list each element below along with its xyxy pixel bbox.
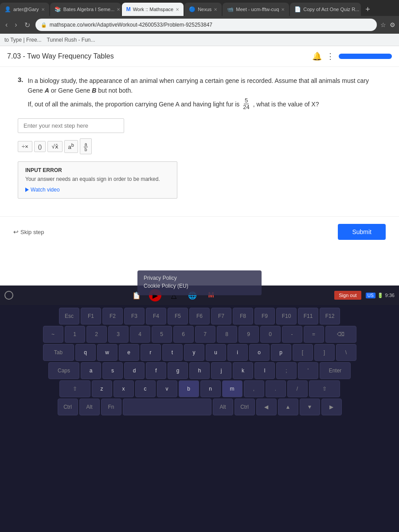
key-f[interactable]: f bbox=[146, 362, 166, 379]
back-button[interactable]: ‹ bbox=[4, 19, 9, 31]
key-8[interactable]: 8 bbox=[217, 326, 237, 343]
key-9[interactable]: 9 bbox=[239, 326, 259, 343]
key-alt-right[interactable]: Alt bbox=[213, 399, 233, 415]
key-p[interactable]: p bbox=[271, 344, 291, 361]
key-f8[interactable]: F8 bbox=[233, 308, 253, 325]
bookmark-totype[interactable]: to Type | Free... bbox=[4, 37, 42, 43]
key-r[interactable]: r bbox=[141, 344, 161, 361]
forward-button[interactable]: › bbox=[13, 19, 19, 31]
key-x[interactable]: x bbox=[113, 380, 134, 397]
tab-work-mathspace[interactable]: M Work :: Mathspace ✕ bbox=[122, 3, 184, 16]
bookmark-tunnel[interactable]: Tunnel Rush - Fun... bbox=[47, 37, 95, 43]
key-o[interactable]: o bbox=[249, 344, 270, 361]
key-f1[interactable]: F1 bbox=[81, 308, 101, 325]
reload-button[interactable]: ↻ bbox=[23, 19, 32, 31]
key-f7[interactable]: F7 bbox=[211, 308, 231, 325]
key-minus[interactable]: - bbox=[282, 326, 302, 343]
key-ctrl[interactable]: Ctrl bbox=[58, 399, 78, 415]
key-alt-left[interactable]: Alt bbox=[79, 399, 100, 415]
key-f10[interactable]: F10 bbox=[276, 308, 297, 325]
extensions-icon[interactable]: ⚙ bbox=[390, 21, 395, 28]
key-tilde[interactable]: ~ bbox=[43, 326, 63, 343]
math-btn-parens[interactable]: () bbox=[34, 141, 46, 152]
key-0[interactable]: 0 bbox=[260, 326, 281, 343]
key-q[interactable]: q bbox=[75, 344, 96, 361]
math-input[interactable] bbox=[18, 118, 124, 133]
key-k[interactable]: k bbox=[233, 362, 253, 379]
key-b[interactable]: b bbox=[179, 380, 199, 397]
key-enter[interactable]: Enter bbox=[320, 362, 351, 379]
key-6[interactable]: 6 bbox=[173, 326, 194, 343]
key-arrow-down[interactable]: ▼ bbox=[300, 399, 320, 415]
key-slash[interactable]: / bbox=[287, 380, 308, 397]
key-i[interactable]: i bbox=[227, 344, 248, 361]
key-n[interactable]: n bbox=[200, 380, 221, 397]
tab-nexus[interactable]: 🔵 Nexus ✕ bbox=[184, 3, 222, 16]
sign-out-button[interactable]: Sign out bbox=[334, 291, 361, 300]
key-f9[interactable]: F9 bbox=[254, 308, 275, 325]
submit-button[interactable]: Submit bbox=[338, 224, 386, 240]
key-5[interactable]: 5 bbox=[152, 326, 172, 343]
key-f3[interactable]: F3 bbox=[124, 308, 145, 325]
key-f12[interactable]: F12 bbox=[320, 308, 340, 325]
key-f4[interactable]: F4 bbox=[146, 308, 166, 325]
tab-copy[interactable]: 📄 Copy of Act One Quiz R... ✕ bbox=[290, 3, 361, 16]
key-f2[interactable]: F2 bbox=[102, 308, 123, 325]
tab-close[interactable]: ✕ bbox=[41, 7, 45, 12]
math-btn-superscript[interactable]: ab bbox=[64, 140, 78, 153]
key-backspace[interactable]: ⌫ bbox=[325, 326, 356, 343]
key-caps[interactable]: Caps bbox=[48, 362, 79, 379]
math-btn-divide-times[interactable]: ÷× bbox=[18, 141, 32, 152]
key-h[interactable]: h bbox=[189, 362, 210, 379]
key-tab[interactable]: Tab bbox=[43, 344, 74, 361]
key-z[interactable]: z bbox=[92, 380, 112, 397]
key-quote[interactable]: ' bbox=[298, 362, 318, 379]
key-w[interactable]: w bbox=[97, 344, 117, 361]
key-backslash[interactable]: \ bbox=[336, 344, 356, 361]
address-bar[interactable]: 🔒 mathspace.co/work/AdaptiveWorkout-4260… bbox=[35, 19, 377, 31]
tab-meet[interactable]: 📹 Meet - ucm-fftw-cuq ✕ bbox=[223, 3, 289, 16]
key-1[interactable]: 1 bbox=[65, 326, 85, 343]
tab-close-meet[interactable]: ✕ bbox=[281, 7, 285, 12]
key-esc[interactable]: Esc bbox=[59, 308, 79, 325]
key-3[interactable]: 3 bbox=[108, 326, 129, 343]
tab-bates[interactable]: 📚 Bates Algebra I Seme... ✕ bbox=[50, 3, 121, 16]
more-options-icon[interactable]: ⋮ bbox=[326, 51, 334, 61]
key-v[interactable]: v bbox=[157, 380, 177, 397]
key-4[interactable]: 4 bbox=[130, 326, 150, 343]
key-period[interactable]: . bbox=[266, 380, 286, 397]
key-comma[interactable]: , bbox=[244, 380, 264, 397]
key-d[interactable]: d bbox=[124, 362, 145, 379]
key-c[interactable]: c bbox=[135, 380, 156, 397]
key-arrow-up[interactable]: ▲ bbox=[278, 399, 298, 415]
key-a[interactable]: a bbox=[81, 362, 101, 379]
key-t[interactable]: t bbox=[162, 344, 183, 361]
key-semicolon[interactable]: ; bbox=[276, 362, 297, 379]
key-rshift[interactable]: ⇧ bbox=[309, 380, 340, 397]
key-f6[interactable]: F6 bbox=[189, 308, 210, 325]
key-f11[interactable]: F11 bbox=[298, 308, 318, 325]
skip-step-link[interactable]: ↩ Skip step bbox=[13, 228, 44, 235]
watch-video-link[interactable]: Watch video bbox=[25, 187, 170, 193]
math-btn-sqrt[interactable]: √x̄ bbox=[47, 141, 62, 152]
math-btn-fraction[interactable]: ab bbox=[80, 138, 92, 154]
key-ctrl-right[interactable]: Ctrl bbox=[235, 399, 255, 415]
key-m[interactable]: m bbox=[222, 380, 243, 397]
key-g[interactable]: g bbox=[168, 362, 188, 379]
key-fn[interactable]: Fn bbox=[101, 399, 121, 415]
key-2[interactable]: 2 bbox=[86, 326, 107, 343]
key-7[interactable]: 7 bbox=[195, 326, 215, 343]
key-lbracket[interactable]: [ bbox=[293, 344, 313, 361]
bookmark-star-icon[interactable]: ☆ bbox=[380, 21, 386, 28]
key-e[interactable]: e bbox=[119, 344, 139, 361]
tab-close-bates[interactable]: ✕ bbox=[117, 7, 120, 12]
key-l[interactable]: l bbox=[254, 362, 275, 379]
key-lshift[interactable]: ⇧ bbox=[59, 380, 90, 397]
tab-close-mathspace[interactable]: ✕ bbox=[176, 7, 179, 12]
key-space[interactable] bbox=[123, 399, 211, 415]
new-tab-button[interactable]: + bbox=[362, 3, 374, 16]
key-rbracket[interactable]: ] bbox=[314, 344, 335, 361]
taskbar-circle[interactable] bbox=[4, 291, 13, 300]
key-f5[interactable]: F5 bbox=[168, 308, 188, 325]
key-arrow-right[interactable]: ▶ bbox=[321, 399, 342, 415]
